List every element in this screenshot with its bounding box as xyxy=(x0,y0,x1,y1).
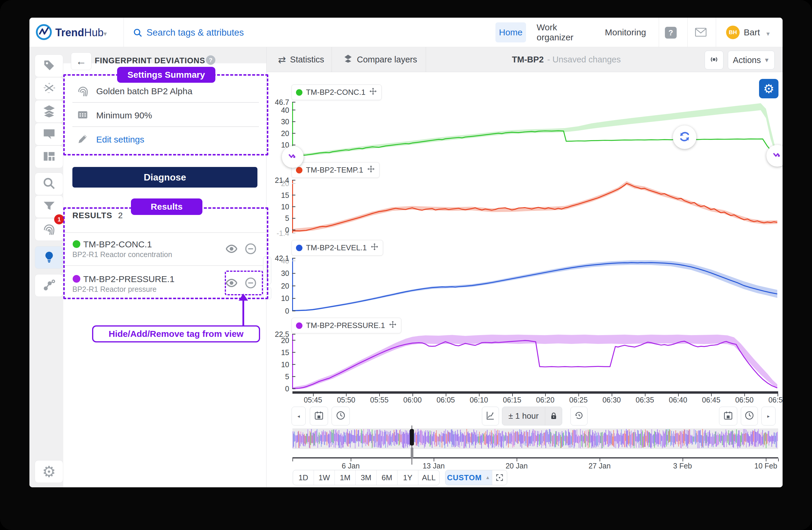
fit-view-button[interactable] xyxy=(492,470,507,485)
result-item-title[interactable]: TM-BP2-CONC.1 xyxy=(83,239,152,249)
back-arrow-icon: ← xyxy=(76,55,87,67)
settings-summary-annotation-badge: Settings Summary xyxy=(117,67,215,83)
panel-collapse-button[interactable]: › xyxy=(263,287,271,299)
diagnose-button[interactable]: Diagnose xyxy=(72,167,258,187)
rail-suggestions-button[interactable] xyxy=(35,246,63,269)
rail-settings-button[interactable]: ⚙ xyxy=(35,460,63,483)
range-1d-button[interactable]: 1D xyxy=(293,470,314,485)
x-tick-label: 06:15 xyxy=(503,396,521,404)
messages-icon[interactable] xyxy=(695,28,707,38)
date-tick-mark xyxy=(766,458,766,461)
range-6m-button[interactable]: 6M xyxy=(377,470,397,485)
series-name: TM-BP2-CONC.1 xyxy=(306,88,365,97)
rail-connections-button[interactable] xyxy=(35,274,63,297)
legend-chip[interactable]: TM-BP2-CONC.1 xyxy=(292,84,381,100)
visibility-eye-icon[interactable] xyxy=(225,242,238,256)
chart-plot-TM-BP2-PRESSURE.1[interactable] xyxy=(292,333,779,390)
pan-left-button[interactable]: ◂ xyxy=(292,407,306,426)
hide-tag-annotation-callout: Hide/Add/Remove tag from view xyxy=(92,325,260,343)
chart-settings-button[interactable]: ⚙ xyxy=(759,79,779,98)
chart-plot-TM-BP2-TEMP.1[interactable] xyxy=(292,179,779,234)
search-icon[interactable] xyxy=(133,28,143,39)
actions-button[interactable]: Actions▼ xyxy=(728,51,774,69)
screenshot-frame: TrendHub ▾ Search tags & attributes Home… xyxy=(0,0,812,530)
brand-caret-icon[interactable]: ▾ xyxy=(104,30,107,38)
live-broadcast-button[interactable] xyxy=(705,51,723,69)
remove-tag-icon[interactable] xyxy=(244,277,257,291)
back-button[interactable]: ← xyxy=(71,52,91,70)
history-button[interactable] xyxy=(570,407,588,426)
remove-tag-icon[interactable] xyxy=(244,242,257,256)
edit-settings-link[interactable]: Edit settings xyxy=(96,135,144,144)
custom-range-button[interactable]: CUSTOM▲ xyxy=(446,470,492,485)
divider xyxy=(63,232,266,233)
golden-batch-label: Golden batch BP2 Alpha xyxy=(96,86,192,96)
rail-dashboards-button[interactable] xyxy=(35,145,63,168)
y-tick-label: 40 xyxy=(266,106,289,114)
range-1y-button[interactable]: 1Y xyxy=(397,470,418,485)
range-all-button[interactable]: ALL xyxy=(418,470,439,485)
series-color-dot xyxy=(296,167,302,173)
x-tick-label: 06:20 xyxy=(536,396,554,404)
trend-signal-button[interactable] xyxy=(282,146,304,168)
y-tick-label: 20 xyxy=(266,179,289,188)
rail-formulas-button[interactable]: +÷×− xyxy=(35,77,63,100)
step-chart-icon xyxy=(485,410,495,422)
nav-tab-monitoring[interactable]: Monitoring xyxy=(605,23,646,42)
panel-help-icon[interactable]: ? xyxy=(206,55,215,65)
user-name[interactable]: Bart xyxy=(744,27,760,38)
overview-timeline[interactable] xyxy=(292,429,778,449)
panel-resize-handle[interactable] xyxy=(263,256,271,285)
time-start-button[interactable] xyxy=(332,407,350,426)
threshold-label: Minimum 90% xyxy=(96,110,152,121)
pan-right-button[interactable]: ▸ xyxy=(762,407,775,426)
range-3m-button[interactable]: 3M xyxy=(356,470,377,485)
nav-tab-home[interactable]: Home xyxy=(495,23,526,42)
refresh-button[interactable] xyxy=(673,125,696,149)
caret-up-icon: ▲ xyxy=(485,475,490,480)
user-menu-caret-icon[interactable]: ▾ xyxy=(766,30,770,38)
svg-text:÷: ÷ xyxy=(43,85,46,90)
step-chart-button[interactable] xyxy=(482,407,499,426)
legend-chip[interactable]: TM-BP2-TEMP.1 xyxy=(292,162,379,178)
timeline-cursor-grip[interactable] xyxy=(411,448,414,458)
chart-plot-TM-BP2-LEVEL.1[interactable] xyxy=(292,257,779,312)
trendhub-app-window: TrendHub ▾ Search tags & attributes Home… xyxy=(29,18,783,487)
date-axis xyxy=(292,457,778,458)
lock-button[interactable] xyxy=(545,407,562,426)
rail-tags-button[interactable] xyxy=(35,55,63,77)
unsaved-changes-label: - Unsaved changes xyxy=(547,55,621,65)
nav-tab-work-organizer[interactable]: Work organizer xyxy=(537,23,592,42)
calendar-start-button[interactable] xyxy=(310,407,328,426)
time-end-button[interactable] xyxy=(741,407,758,426)
golden-batch-band xyxy=(293,181,777,232)
result-item-title[interactable]: TM-BP2-PRESSURE.1 xyxy=(83,274,174,284)
date-tick-label: 3 Feb xyxy=(673,462,692,470)
search-input[interactable]: Search tags & attributes xyxy=(146,27,244,38)
rail-search-button[interactable] xyxy=(35,172,63,195)
rail-comments-button[interactable] xyxy=(35,123,63,145)
y-tick-label: 10 xyxy=(266,203,289,211)
x-tick-label: 05:45 xyxy=(304,396,322,404)
rail-layers-button[interactable] xyxy=(35,100,63,123)
date-axis-end-tick xyxy=(778,458,779,461)
visibility-eye-icon[interactable] xyxy=(225,277,238,291)
series-color-dot xyxy=(296,245,302,251)
x-tick-label: 06:10 xyxy=(469,396,488,404)
top-bar: TrendHub ▾ Search tags & attributes Home… xyxy=(29,18,783,47)
legend-chip[interactable]: TM-BP2-PRESSURE.1 xyxy=(292,318,401,333)
time-range-label[interactable]: ± 1 hour xyxy=(502,412,545,421)
trendhub-logo-icon[interactable] xyxy=(35,24,52,42)
statistics-button[interactable]: ⇄Statistics xyxy=(278,47,324,72)
help-icon[interactable]: ? xyxy=(665,27,677,39)
view-title: TM-BP2- Unsaved changes xyxy=(431,47,702,72)
user-avatar[interactable]: BH xyxy=(726,26,740,39)
range-1m-button[interactable]: 1M xyxy=(335,470,356,485)
legend-chip[interactable]: TM-BP2-LEVEL.1 xyxy=(292,240,383,255)
range-1w-button[interactable]: 1W xyxy=(314,470,335,485)
compare-layers-button[interactable]: Compare layers xyxy=(343,47,417,72)
chart-plot-TM-BP2-CONC.1[interactable] xyxy=(292,101,779,157)
y-tick-label: 46.7 xyxy=(266,98,289,107)
calendar-end-button[interactable] xyxy=(719,407,737,426)
timeline-cursor-handle[interactable] xyxy=(410,429,414,446)
